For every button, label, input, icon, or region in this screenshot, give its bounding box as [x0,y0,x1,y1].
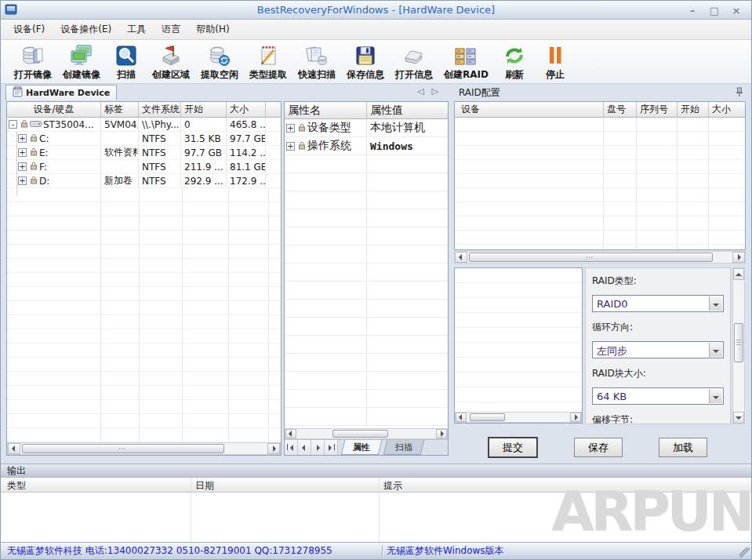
toolbar-button-extract-free[interactable]: 提取空闲 [195,42,244,82]
tab-scan[interactable]: 扫描 [383,440,425,455]
toolbar-button-label: 打开信息 [395,68,433,82]
column-header[interactable]: 盘号 [604,102,637,117]
table-row[interactable]: - ST35004... 5VM04... \\.\Phy... 0 465.8… [7,118,281,132]
toolbar-button-save-info[interactable]: 保存信息 [341,42,390,82]
tree-expand-icon[interactable]: + [18,134,27,143]
scroll-left-icon[interactable] [285,429,296,438]
menu-tools[interactable]: 工具 [119,20,154,39]
scroll-thumb[interactable] [22,444,224,453]
column-header[interactable]: 大小 [709,102,745,117]
tab-next-icon[interactable] [311,440,325,455]
pin-icon[interactable] [735,87,744,97]
toolbar-button-open-info[interactable]: 打开信息 [390,42,438,82]
maximize-button[interactable]: □ [707,5,721,16]
toolbar-button-create-region[interactable]: 创建区域 [147,42,195,82]
column-header[interactable]: 属性值 [367,102,448,118]
tree-expand-icon[interactable]: + [18,148,27,157]
minimize-button[interactable]: – [685,5,699,16]
scroll-left-icon[interactable] [8,443,20,454]
column-header[interactable]: 日期 [195,479,214,493]
column-header[interactable]: 设备 [455,102,604,117]
block-size-dropdown[interactable]: 64 KB [592,387,724,405]
scroll-thumb[interactable] [469,253,713,262]
menu-language[interactable]: 语言 [154,20,188,39]
table-row[interactable]: + D: 新加卷 NTFS 292.9 ... 172.9 ... [7,174,281,188]
rotation-dropdown[interactable]: 左同步 [592,341,724,358]
extract-free-icon [206,43,233,68]
column-header[interactable]: 序列号 [637,102,678,117]
column-header[interactable]: 开始 [181,102,227,117]
toolbar-button-refresh[interactable]: 刷新 [494,42,535,82]
column-header[interactable]: 属性名 [285,102,367,118]
tree-expand-icon[interactable]: + [286,124,295,133]
chevron-down-icon[interactable] [709,389,722,403]
resize-grip[interactable] [739,547,750,558]
scroll-track[interactable] [296,429,436,438]
scroll-track[interactable] [467,413,570,422]
raid-settings-vscrollbar[interactable] [732,267,745,424]
save-info-icon [352,43,379,68]
toolbar-button-type-extract[interactable]: 类型提取 [244,42,292,82]
tab-scroll-right-icon[interactable]: ▷ [432,86,438,96]
property-row[interactable]: + 操作系统 Windows [285,137,448,155]
close-button[interactable]: × [729,5,743,16]
menu-device-ops[interactable]: 设备操作(E) [53,20,119,39]
device-table-hscrollbar[interactable] [7,442,281,455]
toolbar-button-create-raid[interactable]: 创建RAID [438,42,494,82]
tree-expand-icon[interactable]: + [286,142,295,151]
raid-type-dropdown[interactable]: RAID0 [592,295,724,312]
scroll-track[interactable] [467,252,732,263]
scroll-left-icon[interactable] [455,252,467,263]
column-header[interactable]: 类型 [7,479,26,493]
table-row[interactable]: + F: NTFS 211.9 ... 81.1 GB [7,160,281,174]
column-header[interactable]: 文件系统 [139,102,181,117]
tab-first-icon[interactable] [285,440,298,455]
output-panel-header: 输出 [1,464,751,478]
property-hscrollbar[interactable] [285,428,448,439]
column-header[interactable]: 设备/硬盘 [7,102,101,117]
table-row[interactable]: + C: NTFS 31.5 KB 97.7 GB [7,132,281,146]
scroll-track[interactable] [20,443,267,454]
column-header[interactable]: 提示 [383,479,402,493]
tab-prev-icon[interactable] [298,440,311,455]
tree-expand-icon[interactable]: + [18,176,27,185]
menu-device[interactable]: 设备(F) [5,20,53,39]
column-header[interactable]: 标签 [101,102,139,117]
toolbar-button-quick-scan[interactable]: 快速扫描 [292,42,341,82]
toolbar-button-scan[interactable]: 扫描 [106,42,147,82]
toolbar-button-stop[interactable]: 停止 [535,42,576,82]
tab-last-icon[interactable] [325,440,338,455]
toolbar-button-create-image[interactable]: 创建镜像 [57,42,106,82]
raid-table-header: 设备 盘号 序列号 开始 大小 [455,102,745,118]
type-extract-icon [255,43,282,68]
menu-help[interactable]: 帮助(H) [188,20,237,39]
column-header[interactable]: 大小 [227,102,266,117]
chevron-down-icon[interactable] [709,343,722,357]
tree-expand-icon[interactable]: + [18,162,27,171]
scroll-left-icon[interactable] [456,413,467,422]
raid-table-hscrollbar[interactable] [454,251,746,264]
submit-button[interactable]: 提交 [489,438,537,457]
column-header[interactable]: 开始 [678,102,709,117]
chevron-down-icon[interactable] [709,296,722,311]
property-row[interactable]: + 设备类型 本地计算机 [285,119,448,137]
load-button[interactable]: 加载 [659,438,707,457]
table-row[interactable]: + E: 软件资料 NTFS 97.7 GB 114.2 ... [7,146,281,160]
scroll-up-icon[interactable] [733,268,744,280]
tab-properties[interactable]: 属性 [341,440,383,455]
scroll-right-icon[interactable] [570,413,581,422]
scroll-right-icon[interactable] [267,443,280,454]
tab-scroll-left-icon[interactable]: ◁ [417,86,423,96]
tab-hardware-device[interactable]: HardWare Device [5,85,117,100]
toolbar-button-open-image[interactable]: 打开镜像 [9,42,57,82]
tree-collapse-icon[interactable]: - [9,120,17,129]
scroll-right-icon[interactable] [732,252,745,263]
scan-icon [113,43,140,68]
scroll-thumb[interactable] [470,413,505,421]
save-button[interactable]: 保存 [574,438,623,457]
scroll-right-icon[interactable] [436,429,447,438]
scroll-thumb[interactable] [332,430,388,438]
raid-list-hscrollbar[interactable] [455,412,582,423]
scroll-down-icon[interactable] [733,412,744,424]
scroll-thumb[interactable] [734,323,743,362]
